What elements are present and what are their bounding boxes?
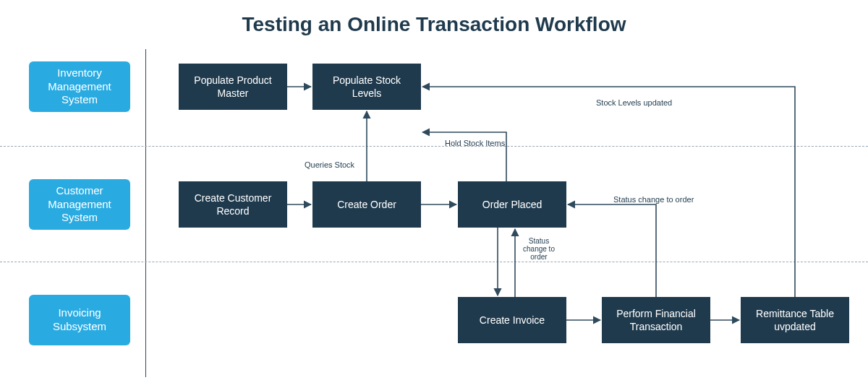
label-hold-stock-items: Hold Stock Items — [445, 139, 505, 147]
lane-divider-1 — [0, 146, 868, 147]
lane-customer: Customer Management System — [29, 179, 130, 230]
node-populate-product-master: Populate Product Master — [179, 64, 287, 110]
connectors — [0, 0, 868, 388]
label-status-change-right: Status change to order — [613, 195, 694, 204]
lane-divider-2 — [0, 262, 868, 262]
vertical-separator — [145, 49, 146, 377]
node-perform-financial-transaction: Perform Financial Transaction — [602, 297, 710, 343]
node-populate-stock-levels: Populate Stock Levels — [312, 64, 421, 110]
node-create-order: Create Order — [312, 181, 421, 228]
label-stock-levels-updated: Stock Levels updated — [596, 98, 672, 107]
label-status-change-vert: Status change to order — [521, 237, 557, 261]
node-order-placed: Order Placed — [458, 181, 566, 228]
diagram-canvas: Testing an Online Transaction Workflow I… — [0, 0, 868, 388]
page-title: Testing an Online Transaction Workflow — [0, 13, 868, 36]
lane-invoicing: Invoicing Subsystem — [29, 295, 130, 345]
label-queries-stock: Queries Stock — [305, 160, 354, 169]
node-remittance-table-updated: Remittance Table uvpdated — [741, 297, 849, 343]
node-create-customer-record: Create Customer Record — [179, 181, 287, 228]
lane-inventory: Inventory Management System — [29, 61, 130, 112]
node-create-invoice: Create Invoice — [458, 297, 566, 343]
